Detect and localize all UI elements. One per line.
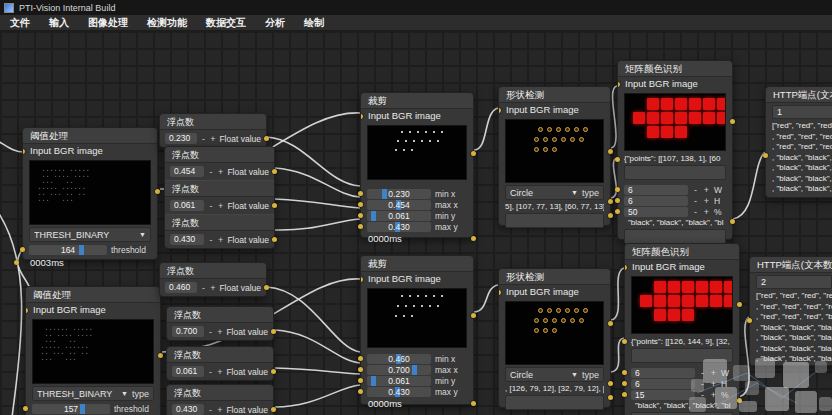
node-title[interactable]: 裁剪 <box>361 256 473 272</box>
h-input-port[interactable] <box>622 381 627 386</box>
decrement-button[interactable]: - <box>208 405 213 415</box>
node-title[interactable]: 阈值处理 <box>26 287 160 303</box>
node-title[interactable]: 浮点数 <box>167 307 273 323</box>
image-output-port[interactable] <box>471 151 476 156</box>
max-x-slider[interactable]: 0.454 <box>367 200 431 210</box>
node-title[interactable]: 浮点数 <box>167 385 273 401</box>
decrement-button[interactable]: - <box>208 235 214 245</box>
node-title[interactable]: 形状检测 <box>499 269 610 285</box>
image-output-port[interactable] <box>471 313 476 318</box>
float-value-field[interactable]: 0.430 <box>172 404 204 415</box>
min-x-slider[interactable]: 0.230 <box>367 189 431 199</box>
menu-detection[interactable]: 检测功能 <box>147 16 187 30</box>
max-x-port[interactable] <box>358 202 363 207</box>
increment-button[interactable]: + <box>217 405 222 415</box>
slider-handle[interactable] <box>412 365 417 375</box>
pct-field[interactable]: 50 <box>624 207 688 217</box>
endpoint-count-field[interactable]: 2 <box>756 275 832 289</box>
output-port[interactable] <box>264 285 269 290</box>
colors-output-port[interactable] <box>737 398 742 403</box>
colors-output-port[interactable] <box>730 219 735 224</box>
increment-button[interactable]: + <box>703 196 710 206</box>
output-port[interactable] <box>264 136 269 141</box>
threshold-input-port[interactable] <box>23 406 28 411</box>
float-node-2[interactable]: 浮点数 0.454 - + Float value <box>165 147 274 180</box>
increment-button[interactable]: + <box>710 379 717 389</box>
output-port[interactable] <box>271 329 276 334</box>
increment-button[interactable]: + <box>210 134 215 144</box>
node-title[interactable]: 形状检测 <box>499 87 610 103</box>
increment-button[interactable]: + <box>710 368 717 378</box>
menu-data-exchange[interactable]: 数据交互 <box>206 16 246 30</box>
decrement-button[interactable]: - <box>699 368 706 378</box>
decrement-button[interactable]: - <box>208 327 213 337</box>
menu-draw[interactable]: 绘制 <box>304 16 324 30</box>
node-title[interactable]: 浮点数 <box>160 263 266 279</box>
input-port[interactable] <box>499 108 501 113</box>
decrement-button[interactable]: - <box>692 185 699 195</box>
w-input-port[interactable] <box>615 187 620 192</box>
type-dropdown[interactable]: Circle ▼ type <box>505 367 604 382</box>
matrix-color-node-1[interactable]: 矩阵颜色识别 Input BGR image {"points": [[107,… <box>617 60 733 240</box>
points-input[interactable] <box>624 165 726 180</box>
shape-result-input[interactable] <box>505 213 604 228</box>
input-port[interactable] <box>361 277 363 282</box>
h-field[interactable]: 6 <box>624 196 688 206</box>
type-dropdown[interactable]: THRESH_BINARY ▼ <box>29 227 151 242</box>
min-y-slider[interactable]: 0.061 <box>367 211 431 221</box>
input-port[interactable] <box>499 290 501 295</box>
node-title[interactable]: 浮点数 <box>165 180 274 197</box>
increment-button[interactable]: + <box>218 167 224 177</box>
min-y-slider[interactable]: 0.061 <box>367 376 431 386</box>
decrement-button[interactable]: - <box>208 167 214 177</box>
footer-port[interactable] <box>14 260 19 265</box>
decrement-button[interactable]: - <box>699 379 706 389</box>
decrement-button[interactable]: - <box>201 283 206 293</box>
min-y-port[interactable] <box>358 378 363 383</box>
float-value-field[interactable]: 0.061 <box>172 366 204 377</box>
node-title[interactable]: 矩阵颜色识别 <box>618 61 732 77</box>
output-port[interactable] <box>272 237 277 242</box>
shape-detect-node-1[interactable]: 形状检测 Input BGR image Circle ▼ type 5], [… <box>498 86 611 226</box>
crop-node-2[interactable]: 裁剪 Input BGR image 0.460 min x 0.700 max… <box>360 255 474 405</box>
slider-handle[interactable] <box>371 211 376 221</box>
min-x-port[interactable] <box>358 356 363 361</box>
float-node-3[interactable]: 浮点数 0.061 - + Float value <box>165 180 274 214</box>
result-output-port[interactable] <box>608 381 613 386</box>
image-output-port[interactable] <box>737 302 742 307</box>
node-title[interactable]: 浮点数 <box>165 214 274 231</box>
node-title[interactable]: 矩阵颜色识别 <box>625 244 739 260</box>
output-port[interactable] <box>271 407 276 412</box>
max-y-port[interactable] <box>358 389 363 394</box>
increment-button[interactable]: + <box>703 207 710 217</box>
threshold-slider[interactable]: 164 <box>29 245 107 255</box>
max-y-port[interactable] <box>358 224 363 229</box>
float-value-field[interactable]: 0.700 <box>172 326 204 337</box>
node-title[interactable]: 浮点数 <box>167 347 273 363</box>
decrement-button[interactable]: - <box>692 207 699 217</box>
image-output-port[interactable] <box>608 149 613 154</box>
output-port[interactable] <box>272 169 277 174</box>
menu-input[interactable]: 输入 <box>49 16 69 30</box>
image-output-port[interactable] <box>608 321 613 326</box>
node-graph-canvas[interactable]: 阈值处理 Input BGR image ······ ····· ·· ···… <box>0 31 832 415</box>
node-title[interactable]: 浮点数 <box>165 147 274 163</box>
type-dropdown[interactable]: Circle ▼ type <box>505 185 604 200</box>
menu-file[interactable]: 文件 <box>10 16 30 30</box>
points-input-port[interactable] <box>622 339 627 344</box>
data-input-port[interactable] <box>747 318 752 323</box>
max-x-slider[interactable]: 0.700 <box>367 365 431 375</box>
decrement-button[interactable]: - <box>208 367 213 377</box>
float-node-4[interactable]: 浮点数 0.430 - + Float value <box>165 214 274 248</box>
min-x-port[interactable] <box>358 191 363 196</box>
menu-analysis[interactable]: 分析 <box>265 16 285 30</box>
float-node-5[interactable]: 浮点数 0.460 - + Float value <box>159 262 267 297</box>
node-title[interactable]: 浮点数 <box>160 114 266 130</box>
min-y-port[interactable] <box>358 213 363 218</box>
float-node-1[interactable]: 浮点数 0.230 - + Float value <box>159 113 267 148</box>
decrement-button[interactable]: - <box>201 134 206 144</box>
output-port[interactable] <box>271 369 276 374</box>
float-value-field[interactable]: 0.454 <box>170 166 204 177</box>
float-value-field[interactable]: 0.430 <box>170 234 204 245</box>
w-input-port[interactable] <box>622 370 627 375</box>
